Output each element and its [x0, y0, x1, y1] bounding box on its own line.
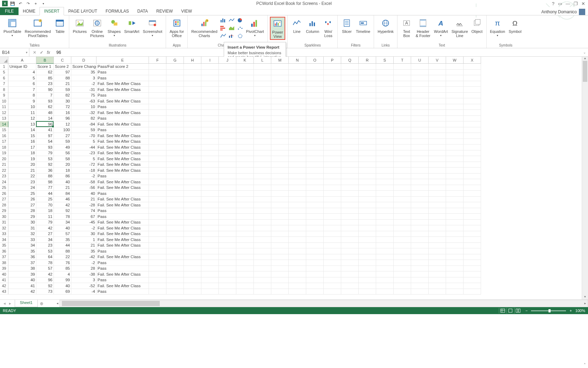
- cell[interactable]: [429, 156, 446, 162]
- cell[interactable]: [324, 191, 341, 197]
- cell[interactable]: [219, 133, 236, 139]
- cell[interactable]: [219, 231, 236, 237]
- cell[interactable]: [324, 220, 341, 226]
- cell[interactable]: [376, 139, 394, 145]
- cell[interactable]: [184, 156, 201, 162]
- cell[interactable]: [429, 139, 446, 145]
- cell[interactable]: [359, 156, 376, 162]
- cell[interactable]: [201, 168, 219, 174]
- cell[interactable]: [324, 266, 341, 272]
- cell[interactable]: [376, 93, 394, 99]
- cell[interactable]: [306, 260, 324, 266]
- cell[interactable]: [219, 162, 236, 168]
- cell[interactable]: [219, 93, 236, 99]
- wordart-button[interactable]: AWordArt▾: [432, 17, 449, 38]
- cell[interactable]: [394, 243, 411, 249]
- cell[interactable]: [359, 116, 376, 122]
- cell[interactable]: [446, 168, 464, 174]
- cell[interactable]: [411, 162, 429, 168]
- cell[interactable]: [429, 220, 446, 226]
- cell[interactable]: [254, 81, 271, 87]
- cell[interactable]: 35: [71, 248, 96, 254]
- cell[interactable]: [219, 237, 236, 243]
- column-header[interactable]: M: [271, 57, 289, 64]
- cell[interactable]: [394, 248, 411, 254]
- cell[interactable]: [306, 168, 324, 174]
- cell[interactable]: [166, 162, 184, 168]
- cell[interactable]: [254, 277, 271, 283]
- cell[interactable]: [324, 87, 341, 93]
- cell[interactable]: [271, 87, 289, 93]
- touch-mode-icon[interactable]: ⌖: [33, 1, 38, 6]
- cell[interactable]: [429, 110, 446, 116]
- cell[interactable]: 64: [36, 254, 54, 260]
- cell[interactable]: Fail. See Me After Class: [96, 185, 149, 191]
- row-header[interactable]: 27: [0, 197, 8, 203]
- cell[interactable]: 78: [54, 214, 71, 220]
- cell[interactable]: Pass: [96, 289, 149, 295]
- cell[interactable]: [306, 243, 324, 249]
- cell[interactable]: [324, 237, 341, 243]
- power-view-button[interactable]: Power View: [270, 17, 285, 40]
- cell[interactable]: 98: [36, 179, 54, 185]
- cell[interactable]: [429, 104, 446, 110]
- cell[interactable]: [394, 81, 411, 87]
- cell[interactable]: [184, 162, 201, 168]
- cell[interactable]: Fail. See Me After Class: [96, 81, 149, 87]
- row-header[interactable]: 19: [0, 150, 8, 156]
- cell[interactable]: Unique ID: [8, 64, 36, 70]
- cell[interactable]: [149, 208, 166, 214]
- cell[interactable]: [236, 185, 254, 191]
- cell[interactable]: [201, 254, 219, 260]
- combo-chart-icon[interactable]: [228, 32, 236, 39]
- cell[interactable]: 35: [54, 237, 71, 243]
- cell[interactable]: [306, 70, 324, 76]
- cell[interactable]: [184, 133, 201, 139]
- cell[interactable]: [184, 81, 201, 87]
- column-header[interactable]: D: [71, 57, 96, 64]
- row-header[interactable]: 21: [0, 162, 8, 168]
- sparkline-column-button[interactable]: Column: [304, 17, 321, 34]
- pivotchart-button[interactable]: PivotChart▾: [245, 17, 265, 38]
- cell[interactable]: [149, 64, 166, 70]
- cell[interactable]: [289, 237, 306, 243]
- cell[interactable]: [341, 202, 359, 208]
- cell[interactable]: [201, 231, 219, 237]
- cell[interactable]: [184, 168, 201, 174]
- cell[interactable]: [394, 98, 411, 104]
- cell[interactable]: [306, 220, 324, 226]
- cell[interactable]: [341, 243, 359, 249]
- cell[interactable]: [341, 254, 359, 260]
- cell[interactable]: [219, 98, 236, 104]
- cell[interactable]: [464, 283, 481, 289]
- cell[interactable]: [236, 133, 254, 139]
- cell[interactable]: [411, 243, 429, 249]
- cell[interactable]: [166, 231, 184, 237]
- cell[interactable]: [166, 225, 184, 231]
- cell[interactable]: [376, 185, 394, 191]
- cell[interactable]: [271, 104, 289, 110]
- cell[interactable]: [464, 237, 481, 243]
- cell[interactable]: [324, 208, 341, 214]
- cell[interactable]: [236, 243, 254, 249]
- cell[interactable]: 17: [8, 144, 36, 150]
- cell[interactable]: [271, 127, 289, 133]
- cell[interactable]: [359, 266, 376, 272]
- cell[interactable]: [306, 64, 324, 70]
- cell[interactable]: [201, 202, 219, 208]
- cell[interactable]: [166, 283, 184, 289]
- cell[interactable]: 44: [36, 191, 54, 197]
- cell[interactable]: Pass: [96, 70, 149, 76]
- cell[interactable]: [411, 93, 429, 99]
- cell[interactable]: -2: [71, 260, 96, 266]
- cell[interactable]: [254, 70, 271, 76]
- cell[interactable]: [184, 289, 201, 295]
- cell[interactable]: Pass: [96, 116, 149, 122]
- tab-file[interactable]: FILE: [0, 7, 19, 15]
- cell[interactable]: [394, 174, 411, 179]
- cell[interactable]: [201, 283, 219, 289]
- cell[interactable]: [236, 277, 254, 283]
- cell[interactable]: [376, 121, 394, 127]
- cell[interactable]: 20: [54, 162, 71, 168]
- cell[interactable]: [289, 283, 306, 289]
